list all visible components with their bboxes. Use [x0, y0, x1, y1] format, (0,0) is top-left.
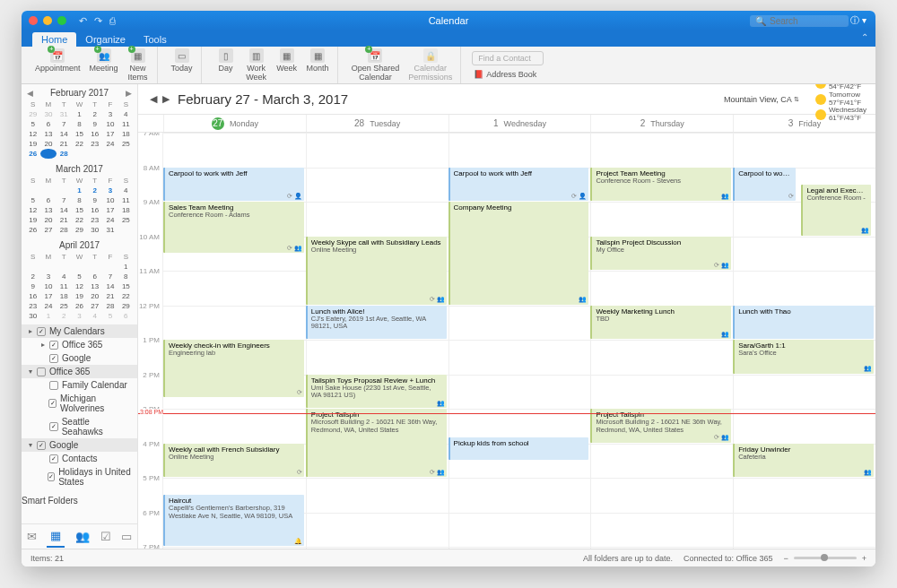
- mini-day[interactable]: 3: [102, 109, 118, 119]
- calendar-tree-item[interactable]: ✓Michigan Wolverines: [22, 392, 137, 415]
- day-header[interactable]: 3Friday: [733, 115, 875, 132]
- mini-day[interactable]: 16: [87, 129, 102, 139]
- print-icon[interactable]: ⎙: [109, 15, 116, 27]
- checkbox-icon[interactable]: ✓: [49, 341, 58, 350]
- next-week-button[interactable]: ▶: [160, 93, 172, 105]
- mini-day[interactable]: 17: [102, 205, 118, 215]
- mini-day[interactable]: 13: [40, 205, 56, 215]
- mini-day[interactable]: 22: [72, 139, 87, 149]
- calendar-tree-item[interactable]: ✓Holidays in United States: [22, 465, 137, 489]
- find-contact-input[interactable]: Find a Contact: [472, 51, 544, 65]
- prev-week-button[interactable]: ◀: [147, 93, 160, 105]
- mini-day[interactable]: 30: [87, 225, 102, 235]
- day-header[interactable]: 2Thursday: [590, 115, 733, 132]
- mini-day[interactable]: 24: [102, 139, 118, 149]
- zoom-out-icon[interactable]: −: [783, 554, 788, 563]
- tab-tools[interactable]: Tools: [135, 32, 176, 47]
- calendar-event[interactable]: Project Team MeetingConference Room - St…: [590, 168, 731, 202]
- calendar-grid[interactable]: 7 AM8 AM9 AM10 AM11 AM12 PM1 PM2 PM3 PM4…: [138, 133, 875, 549]
- mini-day[interactable]: 4: [118, 186, 134, 195]
- calendar-event[interactable]: Project TailspinMicrosoft Building 2 - 1…: [306, 409, 447, 477]
- mini-day[interactable]: 4: [57, 272, 72, 281]
- calendar-event[interactable]: Tailspin Toys Proposal Review + LunchUmi…: [306, 375, 447, 409]
- mini-day[interactable]: 7: [57, 195, 72, 205]
- mini-day[interactable]: 23: [25, 301, 40, 311]
- mini-day[interactable]: 8: [72, 195, 87, 205]
- week-view-button[interactable]: ▦Week: [274, 47, 300, 75]
- calendar-tree-item[interactable]: ✓Google: [22, 351, 137, 365]
- redo-icon[interactable]: ↷: [94, 15, 102, 27]
- checkbox-icon[interactable]: ✓: [49, 354, 58, 363]
- mini-day[interactable]: 1: [72, 109, 87, 119]
- checkbox-icon[interactable]: ✓: [37, 441, 46, 450]
- weather-location[interactable]: Mountain View, CA ⇅: [724, 95, 799, 104]
- day-view-button[interactable]: ▯Day: [213, 47, 239, 75]
- mini-day[interactable]: 10: [102, 195, 118, 205]
- close-window-button[interactable]: [29, 16, 38, 25]
- zoom-window-button[interactable]: [57, 16, 66, 25]
- mini-day[interactable]: 27: [87, 301, 102, 311]
- mini-day[interactable]: 3: [40, 272, 56, 281]
- mini-day[interactable]: 5: [72, 272, 87, 281]
- calendar-event[interactable]: Carpool to work with Jeff⟳👤: [448, 168, 589, 202]
- mini-day[interactable]: 18: [118, 205, 134, 215]
- mini-day[interactable]: 8: [72, 119, 87, 129]
- mini-day[interactable]: 1: [40, 311, 56, 321]
- mini-day[interactable]: 25: [118, 215, 134, 225]
- zoom-in-icon[interactable]: +: [862, 554, 867, 563]
- calendar-event[interactable]: Carpool to work with Jeff⟳👤: [163, 168, 304, 202]
- checkbox-icon[interactable]: ✓: [49, 454, 58, 463]
- mini-day[interactable]: 19: [72, 291, 87, 301]
- calendar-event[interactable]: Friday UnwinderCafeteria👥: [733, 444, 874, 478]
- mini-day[interactable]: 6: [118, 311, 134, 321]
- calendar-event[interactable]: Company Meeting👥: [448, 202, 589, 305]
- minimize-window-button[interactable]: [43, 16, 52, 25]
- mini-day[interactable]: 21: [102, 291, 118, 301]
- mini-day[interactable]: 2: [87, 186, 102, 195]
- new-meeting-button[interactable]: +👥Meeting: [87, 47, 121, 75]
- mini-day[interactable]: 1: [118, 262, 134, 272]
- mini-day[interactable]: 1: [72, 186, 87, 195]
- mini-day[interactable]: 14: [57, 205, 72, 215]
- calendar-nav-icon[interactable]: ▦: [47, 525, 65, 548]
- mini-day[interactable]: 4: [118, 109, 134, 119]
- calendar-event[interactable]: Legal and Executives Bi-WeeklyConference…: [801, 185, 870, 236]
- mini-day[interactable]: 12: [72, 281, 87, 291]
- calendar-event[interactable]: Weekly check-in with EngineersEngineerin…: [163, 340, 304, 397]
- mini-day[interactable]: 28: [102, 301, 118, 311]
- calendar-tree-item[interactable]: ▾✓Google: [22, 438, 137, 452]
- new-appointment-button[interactable]: +📅Appointment: [32, 47, 83, 75]
- day-header[interactable]: 27Monday: [163, 115, 306, 132]
- mini-day[interactable]: 16: [87, 205, 102, 215]
- calendar-tree-item[interactable]: Family Calendar: [22, 378, 137, 392]
- checkbox-icon[interactable]: [37, 368, 46, 376]
- calendar-tree-item[interactable]: ▾Office 365: [22, 365, 137, 378]
- checkbox-icon[interactable]: ✓: [37, 327, 46, 336]
- calendar-tree-item[interactable]: ✓Seattle Seahawks: [22, 415, 137, 438]
- calendar-event[interactable]: Lunch with Alice!CJ's Eatery, 2619 1st A…: [306, 306, 447, 340]
- calendar-tree-item[interactable]: ✓Contacts: [22, 452, 137, 465]
- mini-day[interactable]: 11: [118, 119, 134, 129]
- mini-day[interactable]: 27: [40, 149, 56, 159]
- mini-day[interactable]: 7: [102, 272, 118, 281]
- mini-day[interactable]: 22: [118, 291, 134, 301]
- mini-day[interactable]: 23: [87, 139, 102, 149]
- smart-folders[interactable]: Smart Folders: [22, 494, 137, 511]
- mini-prev-month[interactable]: ◀: [27, 89, 33, 98]
- mini-day[interactable]: 30: [25, 311, 40, 321]
- mini-day[interactable]: [25, 186, 40, 195]
- mini-day[interactable]: 2: [25, 272, 40, 281]
- mini-day[interactable]: [72, 262, 87, 272]
- mini-day[interactable]: 13: [87, 281, 102, 291]
- mini-day[interactable]: 29: [25, 109, 40, 119]
- today-button[interactable]: ▭Today: [169, 47, 196, 75]
- mini-day[interactable]: [102, 262, 118, 272]
- mini-day[interactable]: 21: [57, 215, 72, 225]
- mini-day[interactable]: 3: [102, 186, 118, 195]
- mini-day[interactable]: 15: [72, 129, 87, 139]
- mini-day[interactable]: 13: [40, 129, 56, 139]
- mini-day[interactable]: 17: [102, 129, 118, 139]
- tab-home[interactable]: Home: [32, 32, 76, 47]
- mini-day[interactable]: 11: [57, 281, 72, 291]
- calendar-event[interactable]: Carpool to work with Jeff⟳: [733, 168, 795, 202]
